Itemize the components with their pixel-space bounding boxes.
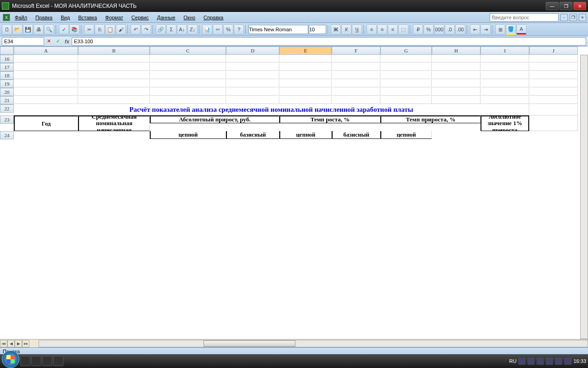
cell[interactable] <box>279 80 332 87</box>
align-center-icon[interactable]: ≡ <box>377 24 387 34</box>
zoom-icon[interactable]: % <box>223 24 233 34</box>
worksheet[interactable]: ABCDEFGHIJ16171819202122Расчёт показател… <box>0 46 588 347</box>
doc-minimize-button[interactable]: - <box>560 14 568 21</box>
col-header[interactable]: H <box>432 46 481 55</box>
doc-restore-button[interactable]: ❐ <box>570 14 577 21</box>
cell[interactable] <box>226 71 279 79</box>
cell[interactable] <box>226 96 279 104</box>
undo-icon[interactable]: ↶ <box>130 24 141 34</box>
dec-dec-icon[interactable]: .00 <box>455 24 465 34</box>
cell[interactable] <box>226 55 279 63</box>
cell[interactable] <box>332 55 380 63</box>
tray-icon[interactable] <box>546 357 553 365</box>
cell[interactable] <box>14 88 78 96</box>
cell[interactable] <box>279 71 332 79</box>
col-header[interactable]: B <box>78 46 150 55</box>
indent-dec-icon[interactable]: ⇤ <box>470 24 480 34</box>
cell[interactable] <box>432 71 481 79</box>
minimize-button[interactable]: — <box>546 2 559 10</box>
tray-icon[interactable] <box>564 357 571 365</box>
tray-icon[interactable] <box>527 357 535 365</box>
fill-color-icon[interactable]: 🪣 <box>506 24 516 34</box>
row-header[interactable]: 22 <box>0 104 14 113</box>
font-name-select[interactable] <box>249 25 308 34</box>
hyperlink-icon[interactable]: 🔗 <box>156 24 166 34</box>
cell[interactable] <box>432 80 481 87</box>
cell[interactable] <box>529 104 578 115</box>
cell[interactable] <box>432 96 481 104</box>
tray-clock[interactable]: 16:33 <box>573 358 586 364</box>
row-header[interactable]: 20 <box>0 88 14 96</box>
cell[interactable] <box>150 55 226 63</box>
cell[interactable] <box>150 71 226 79</box>
cell[interactable] <box>78 71 150 79</box>
print-icon[interactable]: 🖶 <box>34 24 44 34</box>
align-left-icon[interactable]: ≡ <box>367 24 377 34</box>
cell[interactable] <box>529 80 578 87</box>
tray-icon[interactable] <box>537 357 544 365</box>
col-header[interactable]: F <box>332 46 380 55</box>
fx-icon[interactable]: fx <box>62 39 72 44</box>
format-painter-icon[interactable]: 🖌 <box>116 24 126 34</box>
cell[interactable] <box>78 96 150 104</box>
cell[interactable] <box>14 55 78 63</box>
cell[interactable] <box>432 88 481 96</box>
cell[interactable] <box>380 80 432 87</box>
tray-lang[interactable]: RU <box>509 358 517 364</box>
cell[interactable] <box>529 71 578 79</box>
col-header[interactable]: A <box>14 46 78 55</box>
research-icon[interactable]: 📚 <box>69 24 79 34</box>
cell[interactable] <box>78 63 150 71</box>
cut-icon[interactable]: ✂ <box>84 24 94 34</box>
menu-формат[interactable]: Формат <box>102 13 127 22</box>
cell[interactable] <box>150 63 226 71</box>
cell[interactable] <box>14 96 78 104</box>
cell[interactable] <box>529 88 578 96</box>
row-header[interactable]: 23 <box>0 115 14 124</box>
row-header[interactable]: 24 <box>0 131 14 139</box>
underline-icon[interactable]: Ч <box>352 24 362 34</box>
percent-icon[interactable]: % <box>424 24 434 34</box>
cell[interactable] <box>529 63 578 71</box>
tray-icon[interactable] <box>518 357 526 365</box>
cell[interactable] <box>150 96 226 104</box>
bold-icon[interactable]: Ж <box>331 24 341 34</box>
cell[interactable] <box>14 63 78 71</box>
row-header[interactable]: 17 <box>0 63 14 71</box>
dec-inc-icon[interactable]: .0 <box>445 24 455 34</box>
col-header[interactable]: I <box>481 46 529 55</box>
quick-launch-icon[interactable] <box>31 356 41 366</box>
cell[interactable] <box>332 80 380 87</box>
menu-файл[interactable]: Файл <box>11 13 31 22</box>
cell[interactable] <box>332 96 380 104</box>
merge-icon[interactable]: ⬚ <box>398 24 408 34</box>
tab-next-icon[interactable]: ▶ <box>15 340 22 347</box>
cell[interactable] <box>279 96 332 104</box>
row-header[interactable]: 21 <box>0 96 14 104</box>
cell[interactable] <box>332 71 380 79</box>
doc-close-button[interactable]: × <box>579 14 586 21</box>
tab-prev-icon[interactable]: ◀ <box>7 340 15 347</box>
cell[interactable] <box>432 63 481 71</box>
borders-icon[interactable]: ⊞ <box>495 24 505 34</box>
copy-icon[interactable]: ⎘ <box>95 24 105 34</box>
tray-icon[interactable] <box>555 357 562 365</box>
col-header[interactable]: C <box>150 46 226 55</box>
menu-данные[interactable]: Данные <box>153 13 179 22</box>
cell[interactable] <box>14 80 78 87</box>
cell[interactable] <box>14 71 78 79</box>
col-header[interactable]: D <box>226 46 279 55</box>
horizontal-scrollbar[interactable] <box>39 340 588 347</box>
close-button[interactable]: ✕ <box>573 2 586 10</box>
help-input[interactable] <box>490 13 559 22</box>
open-icon[interactable]: 📂 <box>12 24 23 34</box>
currency-icon[interactable]: ₽ <box>413 24 423 34</box>
menu-окно[interactable]: Окно <box>180 13 199 22</box>
cell[interactable] <box>481 80 529 87</box>
start-button[interactable] <box>2 351 19 368</box>
menu-вставка[interactable]: Вставка <box>74 13 101 22</box>
cell[interactable] <box>380 96 432 104</box>
cell[interactable] <box>279 55 332 63</box>
align-right-icon[interactable]: ≡ <box>388 24 398 34</box>
chart-icon[interactable]: 📊 <box>202 24 212 34</box>
